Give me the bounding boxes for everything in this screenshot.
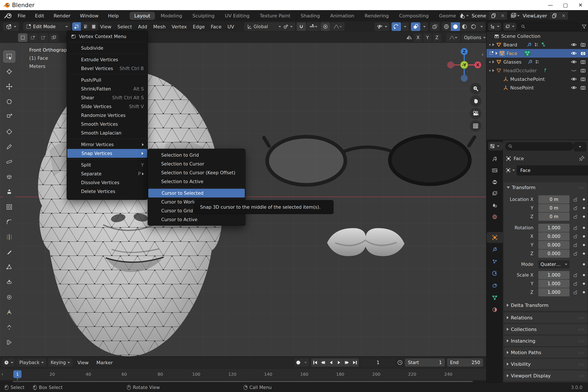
menu-item-smooth-vertices[interactable]: Smooth Vertices — [67, 120, 148, 128]
animate-dot[interactable] — [583, 274, 585, 276]
rotation-y-field[interactable]: 0.000 — [538, 241, 570, 249]
end-frame-field[interactable]: End250 — [447, 358, 483, 367]
menu-item-randomize-vertices[interactable]: Randomize Vertices — [67, 111, 148, 120]
tool-extrude-button[interactable] — [3, 186, 16, 198]
pan-hand-button[interactable] — [470, 95, 482, 107]
outliner-row-beard[interactable]: Beard — [486, 40, 588, 49]
menu-item-slide-vertices[interactable]: Slide VerticesShift V — [67, 102, 148, 111]
hide-eye-icon[interactable] — [571, 51, 577, 56]
properties-editor-type-button[interactable] — [488, 142, 503, 150]
close-button[interactable]: ✕ — [573, 0, 588, 10]
ruler-expand-arrow[interactable]: › — [1, 371, 4, 377]
animate-dot[interactable] — [583, 198, 585, 200]
select-intersect-button[interactable] — [49, 33, 58, 42]
expand-arrow-icon[interactable] — [492, 69, 494, 72]
menu-face[interactable]: Face — [208, 24, 224, 30]
disable-in-renders-icon[interactable] — [580, 68, 586, 73]
lock-icon[interactable] — [573, 234, 578, 240]
tool-loop-cut-button[interactable] — [3, 231, 16, 243]
tool-poly-build-button[interactable] — [3, 261, 16, 273]
timeline-menu-view[interactable]: View — [74, 360, 92, 365]
transform-panel-header[interactable]: Transform :::: — [504, 182, 588, 192]
submenu-item-selection-to-cursor-keep-offset[interactable]: Selection to Cursor (Keep Offset) — [148, 168, 245, 177]
gizmo-minus-x-axis[interactable] — [447, 62, 454, 68]
lock-icon[interactable] — [573, 197, 578, 203]
scale-y-field[interactable]: 1.000 — [538, 280, 570, 288]
select-subtract-button[interactable] — [39, 33, 48, 42]
tab-animation[interactable]: Animation — [326, 12, 359, 20]
menu-edge[interactable]: Edge — [190, 24, 208, 30]
menu-add[interactable]: Add — [135, 24, 150, 30]
outliner-row-headoccluder[interactable]: HeadOccluder — [486, 66, 588, 75]
menu-item-shrink-fatten[interactable]: Shrink/FattenAlt S — [67, 84, 148, 93]
tool-spin-button[interactable] — [3, 276, 16, 288]
tab-object[interactable] — [486, 232, 503, 243]
maximize-button[interactable]: ▢ — [558, 0, 573, 10]
lock-icon[interactable] — [573, 206, 578, 212]
expand-arrow-icon[interactable] — [496, 52, 498, 55]
use-preview-range-icon[interactable] — [397, 360, 403, 365]
relations-panel[interactable]: Relations:::: — [504, 312, 588, 323]
menu-item-extrude-vertices[interactable]: Extrude Vertices — [67, 55, 148, 64]
animate-dot[interactable] — [583, 216, 585, 218]
tool-box-select-button[interactable] — [3, 50, 16, 63]
expand-arrow-icon[interactable] — [492, 60, 494, 64]
play-button[interactable] — [335, 358, 343, 367]
chevron-down-icon[interactable] — [466, 15, 469, 16]
collections-panel[interactable]: Collections:::: — [504, 324, 588, 334]
tool-rip-region-button[interactable] — [3, 336, 16, 348]
current-frame-field[interactable]: 1 — [361, 358, 395, 367]
outliner-row-glasses[interactable]: Glasses — [486, 58, 588, 66]
snap-toggle-button[interactable] — [296, 22, 306, 31]
tool-inset-button[interactable] — [3, 201, 16, 213]
tab-view-layer[interactable] — [486, 188, 503, 199]
hide-eye-icon[interactable] — [571, 85, 577, 90]
animate-dot[interactable] — [583, 235, 585, 238]
submenu-item-selection-to-cursor[interactable]: Selection to Cursor — [148, 160, 245, 168]
lock-icon[interactable] — [573, 273, 578, 278]
disable-in-renders-icon[interactable] — [580, 51, 586, 56]
menu-item-smooth-laplacian[interactable]: Smooth Laplacian — [67, 128, 148, 137]
submenu-item-cursor-to-selected[interactable]: Cursor to Selected — [148, 189, 245, 198]
panel-grip-icon[interactable]: :::: — [578, 186, 584, 190]
region-collapse-arrow[interactable]: ‹ — [482, 51, 484, 58]
tab-rendering[interactable]: Rendering — [360, 12, 394, 20]
minimize-button[interactable]: — — [543, 0, 558, 10]
falloff-dropdown[interactable] — [446, 33, 460, 42]
menu-vertex[interactable]: Vertex — [169, 24, 190, 30]
outliner-row-scene-collection[interactable]: Scene Collection — [486, 32, 588, 40]
menu-help[interactable]: Help — [103, 13, 124, 18]
shading-solid-button[interactable] — [451, 22, 460, 31]
rotation-x-field[interactable]: 0.000 — [538, 232, 570, 240]
tool-scale-button[interactable] — [3, 110, 16, 123]
breadcrumb-object-name[interactable]: Face — [514, 156, 524, 161]
animate-dot[interactable] — [583, 244, 585, 246]
lock-icon[interactable] — [573, 226, 578, 231]
tool-edge-slide-button[interactable] — [3, 306, 16, 318]
gizmos-dropdown[interactable] — [402, 22, 409, 31]
menu-item-mirror-vertices[interactable]: Mirror Vertices — [67, 140, 148, 149]
menu-item-delete-vertices[interactable]: Delete Vertices — [67, 187, 148, 196]
tab-render[interactable] — [486, 165, 503, 176]
start-frame-field[interactable]: Start1 — [405, 358, 445, 367]
menu-view[interactable]: View — [97, 24, 114, 30]
menu-item-dissolve-vertices[interactable]: Dissolve Vertices — [67, 178, 148, 187]
object-name-field[interactable]: Face — [517, 166, 588, 175]
outliner-editor-type-button[interactable] — [488, 23, 501, 30]
tab-tool[interactable] — [486, 154, 503, 164]
tab-shading[interactable]: Shading — [296, 12, 324, 20]
submenu-item-selection-to-grid[interactable]: Selection to Grid — [148, 151, 245, 160]
outliner-row-nosepoint[interactable]: NosePoint — [486, 84, 588, 92]
animate-dot[interactable] — [583, 227, 585, 229]
vertex-select-button[interactable] — [72, 22, 81, 31]
tool-cursor-button[interactable] — [3, 65, 16, 78]
tool-rotate-button[interactable] — [3, 96, 16, 108]
tab-material[interactable] — [486, 304, 503, 315]
mustache-mesh[interactable] — [327, 228, 404, 256]
jump-to-end-button[interactable] — [351, 358, 359, 367]
mirror-x-toggle[interactable]: X — [414, 33, 422, 42]
menu-select[interactable]: Select — [114, 24, 135, 30]
proportional-falloff-dropdown[interactable] — [330, 22, 345, 31]
current-frame-badge[interactable]: 1 — [13, 370, 22, 378]
shading-wireframe-button[interactable] — [442, 22, 451, 31]
